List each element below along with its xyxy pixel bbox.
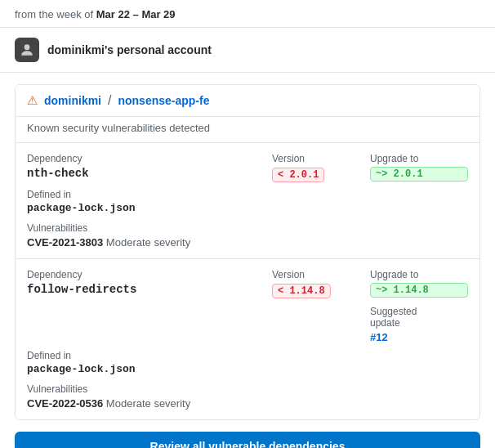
defined-in-label-2: Defined in	[27, 350, 468, 361]
dep-label-1: Dependency	[27, 153, 272, 164]
owner-link[interactable]: dominikmi	[44, 94, 101, 107]
severity-1-0: Moderate severity	[106, 236, 190, 249]
dep-version-col-1: Version < 2.0.1	[272, 153, 370, 182]
header-bar: from the week of Mar 22 – Mar 29	[0, 0, 495, 28]
suggested-block: Suggested update #12	[370, 302, 468, 343]
avatar	[15, 38, 39, 62]
dep-top-row-2: Dependency follow-redirects Version < 1.…	[27, 269, 468, 343]
header-prefix: from the week of	[15, 8, 93, 20]
dependency-section-1: Dependency nth-check Version < 2.0.1 Upg…	[16, 143, 479, 258]
warning-icon: ⚠	[27, 93, 38, 108]
version-label-1: Version	[272, 153, 370, 164]
version-label-2: Version	[272, 269, 370, 280]
slash: /	[108, 93, 111, 108]
upgrade-badge-1: ~> 2.0.1	[370, 167, 468, 181]
cve-id-2-0: CVE-2022-0536	[27, 397, 103, 410]
svg-point-0	[25, 44, 30, 50]
account-name: dominikmi's personal account	[47, 43, 212, 56]
vuln-entry-2-0: CVE-2022-0536 Moderate severity	[27, 397, 468, 410]
version-badge-2: < 1.14.8	[272, 284, 331, 298]
review-button[interactable]: Review all vulnerable dependencies	[15, 432, 480, 448]
defined-in-value-1: package-lock.json	[27, 202, 468, 214]
upgrade-badge-2: ~> 1.14.8	[370, 283, 468, 298]
account-row: dominikmi's personal account	[0, 28, 495, 73]
upgrade-label-1: Upgrade to	[370, 153, 468, 164]
vuln-label-2: Vulnerabilities	[27, 383, 468, 395]
suggested-link[interactable]: #12	[370, 331, 388, 343]
dep-name-2: follow-redirects	[27, 283, 272, 296]
dep-main-2: Dependency follow-redirects	[27, 269, 272, 296]
dep-top-row-1: Dependency nth-check Version < 2.0.1 Upg…	[27, 153, 468, 182]
version-badge-1: < 2.0.1	[272, 168, 324, 182]
dep-version-col-2: Version < 1.14.8	[272, 269, 370, 298]
dep-upgrade-col-1: Upgrade to ~> 2.0.1	[370, 153, 468, 181]
suggested-label: Suggested update	[370, 306, 468, 329]
vuln-card: ⚠ dominikmi / nonsense-app-fe Known secu…	[15, 84, 480, 420]
upgrade-label-2: Upgrade to	[370, 269, 468, 280]
defined-in-label-1: Defined in	[27, 189, 468, 200]
cve-id-1-0: CVE-2021-3803	[27, 236, 103, 249]
dep-label-2: Dependency	[27, 269, 272, 280]
dependency-section-2: Dependency follow-redirects Version < 1.…	[16, 259, 479, 419]
vuln-entry-1-0: CVE-2021-3803 Moderate severity	[27, 236, 468, 249]
header-date-range: Mar 22 – Mar 29	[96, 8, 176, 20]
dep-main-1: Dependency nth-check	[27, 153, 272, 180]
vuln-label-1: Vulnerabilities	[27, 222, 468, 234]
repo-link[interactable]: nonsense-app-fe	[118, 94, 209, 107]
severity-2-0: Moderate severity	[106, 397, 190, 410]
vuln-card-header: ⚠ dominikmi / nonsense-app-fe	[16, 85, 479, 117]
defined-in-value-2: package-lock.json	[27, 363, 468, 375]
dep-name-1: nth-check	[27, 167, 272, 180]
dep-upgrade-col-2: Upgrade to ~> 1.14.8 Suggested update #1…	[370, 269, 468, 343]
security-message: Known security vulnerabilities detected	[16, 117, 479, 142]
repo-owner-link[interactable]: dominikmi	[44, 94, 101, 107]
